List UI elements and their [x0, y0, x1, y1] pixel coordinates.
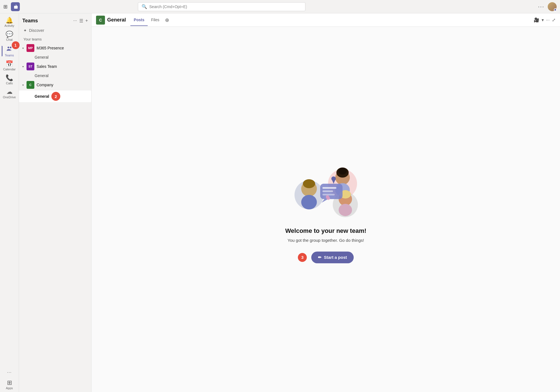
channel-name-header: General [107, 17, 126, 23]
more-teams-options[interactable]: ··· [73, 18, 77, 23]
chevron-m365: ▾ [22, 47, 24, 50]
start-post-label: Start a post [324, 255, 347, 260]
channel-name: General [35, 94, 49, 99]
start-post-button[interactable]: ✏ Start a post [311, 252, 354, 263]
sidebar-item-onedrive[interactable]: ☁ OneDrive [2, 87, 17, 101]
calendar-label: Calendar [3, 68, 16, 71]
svg-point-1 [10, 47, 11, 48]
svg-point-5 [303, 179, 315, 188]
welcome-subtitle: You got the group together. Go do things… [288, 238, 364, 243]
main-layout: 🔔 Activity 💬 Chat Teams 1 📅 Calendar [0, 13, 560, 392]
onedrive-icon: ☁ [6, 89, 13, 95]
more-options-icon[interactable]: ··· [538, 3, 544, 10]
svg-rect-17 [322, 190, 333, 192]
channel-header: C General Posts Files ⊕ 🎥 ▾ ··· ⤢ [92, 13, 560, 27]
sidebar-item-activity[interactable]: 🔔 Activity [2, 16, 17, 29]
team-avatar-company: C [27, 81, 34, 89]
apps-label: Apps [6, 386, 13, 390]
calls-icon: 📞 [6, 75, 13, 81]
discover-icon: ✦ [23, 28, 27, 33]
sidebar-item-apps[interactable]: ⊞ Apps [2, 378, 17, 391]
teams-header-actions: ··· ☰ + [73, 18, 88, 23]
more-icon: ··· [7, 370, 11, 375]
step3-badge: 3 [298, 253, 307, 262]
teams-label: Teams [5, 54, 14, 57]
team-sales[interactable]: ▾ ST Sales Team [19, 61, 91, 72]
team-name-m365: M365 Presence [37, 46, 64, 50]
more-channel-options[interactable]: ··· [546, 18, 550, 23]
chat-label: Chat [6, 38, 13, 41]
calls-label: Calls [6, 82, 13, 85]
video-call-icon[interactable]: 🎥 [534, 17, 539, 23]
activity-icon: 🔔 [6, 17, 13, 23]
tab-files[interactable]: Files [148, 14, 163, 26]
topbar-right: ··· [538, 2, 557, 11]
channel-icon: C [96, 16, 105, 25]
topbar: ⊞ 🔍 ··· [0, 0, 560, 13]
start-post-area: 3 ✏ Start a post [298, 252, 354, 263]
search-bar[interactable]: 🔍 [138, 2, 305, 11]
team-company[interactable]: ▾ C Company [19, 79, 91, 90]
channel-header-right: 🎥 ▾ ··· ⤢ [534, 17, 556, 23]
chevron-down-icon[interactable]: ▾ [542, 17, 544, 23]
your-teams-label: Your teams [19, 35, 91, 42]
search-input[interactable] [149, 4, 302, 9]
channel-tabs: Posts Files ⊕ [130, 14, 171, 26]
chevron-company: ▾ [22, 83, 24, 87]
discover-item[interactable]: ✦ Discover [19, 26, 91, 35]
chevron-sales: ▾ [22, 65, 24, 68]
sidebar-item-more[interactable]: ··· [2, 369, 17, 376]
teams-sidebar: Teams ··· ☰ + ✦ Discover Your teams ▾ MP… [19, 13, 92, 392]
svg-rect-13 [339, 204, 352, 216]
channel-sales-general[interactable]: General [19, 72, 91, 79]
teams-logo [11, 2, 20, 11]
chat-icon: 💬 [6, 31, 13, 37]
content-area: Welcome to your new team! You got the gr… [92, 27, 560, 392]
svg-rect-4 [301, 195, 317, 209]
teams-badge: 1 [12, 41, 20, 49]
channel-company-general[interactable]: General 2 [19, 90, 91, 102]
teams-panel-title: Teams [22, 18, 38, 24]
team-m365[interactable]: ▾ MP M365 Presence [19, 42, 91, 54]
teams-header: Teams ··· ☰ + [19, 13, 91, 26]
welcome-title: Welcome to your new team! [285, 227, 367, 235]
add-team-icon[interactable]: + [85, 18, 88, 23]
svg-point-0 [8, 47, 9, 48]
activity-label: Activity [4, 24, 14, 27]
team-name-company: Company [37, 83, 53, 87]
sidebar-item-calendar[interactable]: 📅 Calendar [2, 59, 17, 73]
svg-point-20 [331, 176, 336, 181]
search-icon: 🔍 [142, 4, 147, 9]
team-avatar-m365: MP [27, 44, 34, 52]
apps-icon: ⊞ [7, 380, 12, 386]
sidebar-item-calls[interactable]: 📞 Calls [2, 73, 17, 87]
expand-icon[interactable]: ⤢ [552, 17, 556, 23]
team-avatar-sales: ST [27, 63, 34, 70]
calendar-icon: 📅 [6, 61, 13, 67]
svg-rect-18 [322, 194, 335, 195]
welcome-illustration [284, 156, 368, 218]
onedrive-label: OneDrive [3, 95, 16, 99]
filter-teams-icon[interactable]: ☰ [79, 18, 83, 23]
svg-point-10 [338, 168, 347, 175]
user-avatar-container [548, 2, 557, 11]
step2-badge: 2 [51, 92, 60, 101]
channel-m365-general[interactable]: General [19, 54, 91, 61]
discover-label: Discover [29, 28, 44, 33]
team-name-sales: Sales Team [37, 64, 57, 69]
add-tab-icon[interactable]: ⊕ [163, 17, 171, 23]
main-content: C General Posts Files ⊕ 🎥 ▾ ··· ⤢ [92, 13, 560, 392]
edit-icon: ✏ [318, 255, 322, 260]
active-indicator [2, 46, 3, 56]
grid-icon[interactable]: ⊞ [3, 4, 8, 10]
icon-sidebar: 🔔 Activity 💬 Chat Teams 1 📅 Calendar [0, 13, 19, 392]
tab-posts[interactable]: Posts [130, 14, 148, 26]
sidebar-item-chat[interactable]: 💬 Chat [2, 30, 17, 43]
svg-rect-16 [322, 187, 336, 189]
sidebar-item-teams[interactable]: Teams 1 [2, 44, 17, 59]
avatar-status [554, 8, 557, 11]
